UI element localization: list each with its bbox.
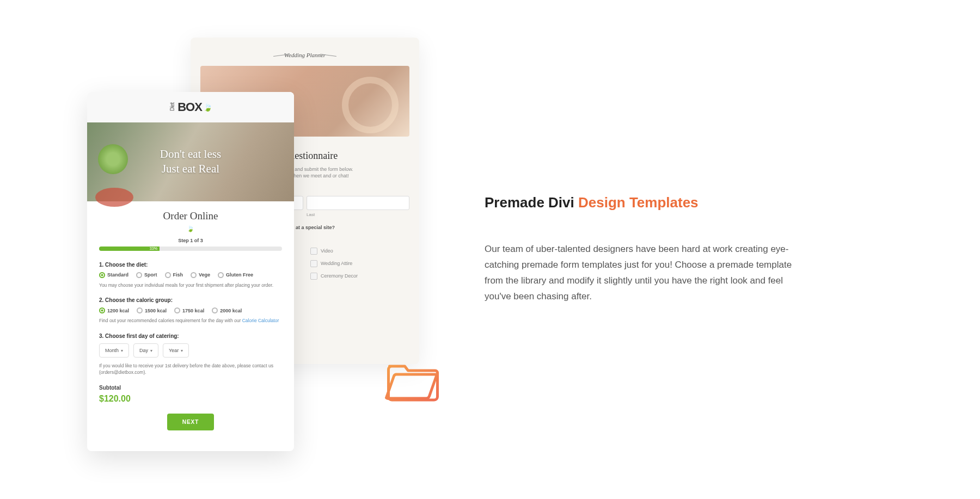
radio-vege[interactable]: Vege <box>191 272 210 278</box>
dietbox-hero-text: Don't eat lessJust eat Real <box>160 147 221 177</box>
check-video[interactable]: Video <box>310 248 409 255</box>
section-description: Our team of uber-talented designers have… <box>485 242 811 305</box>
progress-bar: 33% <box>99 247 282 251</box>
radio-fish[interactable]: Fish <box>165 272 183 278</box>
radio-1200kcal[interactable]: 1200 kcal <box>99 307 129 313</box>
folder-icon <box>384 359 441 402</box>
caloric-hint: Find out your recommended calories requi… <box>99 318 282 324</box>
step-indicator: Step 1 of 3 <box>99 238 282 243</box>
dietbox-logo: Diet BOX 🍃 <box>169 100 212 114</box>
heading-accent: Design Templates <box>578 194 699 211</box>
subtotal-price: $120.00 <box>99 394 282 404</box>
radio-1500kcal[interactable]: 1500 kcal <box>137 307 167 313</box>
subtotal-label: Subtotal <box>99 385 282 391</box>
choose-first-day-question: 3. Choose first day of catering: <box>99 333 282 339</box>
choose-caloric-question: 2. Choose the caloric group: <box>99 297 282 303</box>
section-heading: Premade Divi Design Templates <box>485 194 893 211</box>
last-label: Last <box>307 212 409 217</box>
radio-1750kcal[interactable]: 1750 kcal <box>174 307 204 313</box>
radio-sport[interactable]: Sport <box>136 272 157 278</box>
year-select[interactable]: Year <box>163 343 189 358</box>
leaf-divider-icon: 🍃 <box>99 225 282 232</box>
month-select[interactable]: Month <box>99 343 129 358</box>
grooms-last-input[interactable] <box>307 196 409 210</box>
radio-gluten-free[interactable]: Gluten Free <box>218 272 253 278</box>
diet-hint-1: You may choose your individual meals for… <box>99 282 282 289</box>
dietbox-header: Diet BOX 🍃 <box>87 92 294 122</box>
check-ceremony-decor[interactable]: Ceremony Decor <box>310 273 409 280</box>
check-wedding-attire[interactable]: Wedding Attire <box>310 260 409 267</box>
radio-standard[interactable]: Standard <box>99 272 128 278</box>
leaf-icon: 🍃 <box>203 103 212 112</box>
order-online-title: Order Online <box>99 210 282 222</box>
day-select[interactable]: Day <box>133 343 158 358</box>
next-button[interactable]: NEXT <box>167 414 215 430</box>
wedding-logo: Wedding Planner <box>200 52 409 58</box>
dietbox-template-card: Diet BOX 🍃 Don't eat lessJust eat Real O… <box>87 92 294 451</box>
dietbox-hero-image: Don't eat lessJust eat Real <box>87 122 294 201</box>
calorie-calculator-link[interactable]: Calorie Calculator <box>242 318 279 323</box>
choose-diet-question: 1. Choose the diet: <box>99 262 282 268</box>
radio-2000kcal[interactable]: 2000 kcal <box>212 307 242 313</box>
delivery-hint: If you would like to receive your 1st de… <box>99 363 282 376</box>
